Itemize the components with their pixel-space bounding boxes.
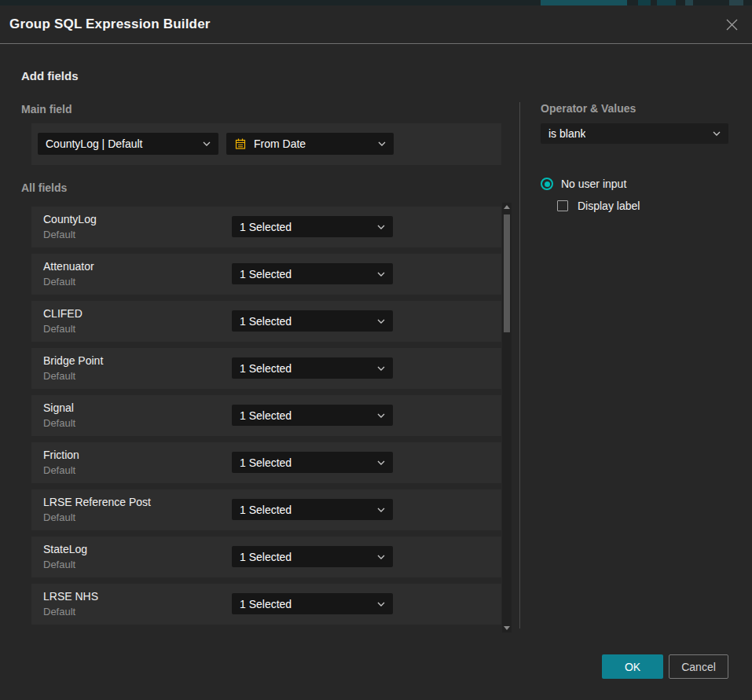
- chevron-down-icon: [377, 319, 385, 324]
- field-selection-dropdown[interactable]: 1 Selected: [232, 499, 393, 520]
- field-selection-value: 1 Selected: [240, 456, 292, 469]
- field-name: CountyLog: [43, 213, 97, 225]
- scrollbar[interactable]: [502, 203, 512, 632]
- main-field-panel: CountyLog | Default From Date: [31, 123, 501, 165]
- radio-selected-icon: [541, 178, 553, 190]
- background-app-fragment: [541, 0, 627, 5]
- no-user-input-label: No user input: [561, 178, 626, 190]
- chevron-down-icon: [377, 460, 385, 465]
- group-sql-expression-builder-dialog: Group SQL Expression Builder Add fields …: [0, 5, 752, 700]
- close-button[interactable]: [724, 16, 739, 32]
- field-selection-value: 1 Selected: [240, 268, 292, 280]
- background-app-fragment: [729, 0, 743, 5]
- operator-value: is blank: [548, 127, 585, 140]
- calendar-date-icon: [234, 137, 247, 150]
- field-selection-value: 1 Selected: [240, 362, 292, 375]
- field-subtitle: Default: [43, 323, 75, 335]
- field-selection-dropdown[interactable]: 1 Selected: [232, 546, 393, 567]
- field-subtitle: Default: [43, 511, 75, 523]
- cancel-button[interactable]: Cancel: [669, 654, 728, 679]
- main-field-field-dropdown[interactable]: From Date: [226, 133, 394, 155]
- no-user-input-radio[interactable]: No user input: [541, 178, 626, 190]
- chevron-down-icon: [377, 508, 385, 512]
- field-subtitle: Default: [43, 229, 75, 240]
- display-label-checkbox[interactable]: Display label: [557, 200, 640, 212]
- all-fields-list: CountyLog Default 1 Selected Attenuator …: [31, 207, 501, 631]
- checkbox-unchecked-icon: [557, 200, 568, 211]
- field-subtitle: Default: [43, 417, 75, 429]
- field-row: Bridge Point Default 1 Selected: [31, 348, 501, 389]
- close-icon: [725, 18, 739, 31]
- scrollbar-thumb[interactable]: [504, 214, 510, 332]
- main-field-layer-value: CountyLog | Default: [46, 137, 143, 150]
- background-app-fragment: [657, 0, 676, 5]
- field-selection-dropdown[interactable]: 1 Selected: [232, 405, 393, 426]
- field-row: CLIFED Default 1 Selected: [31, 301, 501, 342]
- chevron-down-icon: [377, 555, 385, 559]
- field-subtitle: Default: [43, 464, 75, 476]
- field-name: Attenuator: [43, 260, 94, 273]
- field-row: LRSE Reference Post Default 1 Selected: [31, 489, 501, 530]
- ok-button[interactable]: OK: [602, 654, 663, 679]
- field-name: LRSE NHS: [43, 590, 98, 603]
- background-app-strip: [0, 0, 752, 5]
- field-subtitle: Default: [43, 276, 75, 288]
- field-subtitle: Default: [43, 606, 75, 618]
- field-name: Friction: [43, 449, 79, 461]
- field-row: StateLog Default 1 Selected: [31, 537, 501, 577]
- field-row: Signal Default 1 Selected: [31, 395, 501, 436]
- chevron-down-icon: [377, 366, 385, 371]
- chevron-down-icon: [377, 225, 385, 229]
- field-row: CountyLog Default 1 Selected: [31, 207, 501, 247]
- field-subtitle: Default: [43, 370, 75, 382]
- field-name: LRSE Reference Post: [43, 496, 151, 508]
- field-selection-dropdown[interactable]: 1 Selected: [232, 263, 393, 284]
- dialog-header: Group SQL Expression Builder: [0, 5, 752, 44]
- field-selection-value: 1 Selected: [240, 315, 292, 328]
- field-selection-value: 1 Selected: [240, 409, 292, 422]
- field-selection-dropdown[interactable]: 1 Selected: [232, 593, 393, 614]
- background-app-fragment: [638, 0, 651, 5]
- field-name: Signal: [43, 401, 74, 414]
- main-field-field-value: From Date: [254, 137, 306, 150]
- scrollbar-up-arrow-icon[interactable]: [504, 205, 510, 209]
- chevron-down-icon: [713, 131, 721, 136]
- field-selection-value: 1 Selected: [240, 221, 292, 233]
- main-field-label: Main field: [21, 103, 72, 115]
- screen: Group SQL Expression Builder Add fields …: [0, 0, 752, 700]
- operator-values-heading: Operator & Values: [541, 102, 636, 115]
- display-label-label: Display label: [578, 200, 640, 212]
- field-selection-value: 1 Selected: [240, 504, 292, 516]
- chevron-down-icon: [377, 602, 385, 607]
- field-name: CLIFED: [43, 307, 83, 320]
- background-app-fragment: [685, 0, 693, 5]
- main-field-layer-dropdown[interactable]: CountyLog | Default: [38, 133, 218, 155]
- field-selection-dropdown[interactable]: 1 Selected: [232, 310, 393, 332]
- chevron-down-icon: [377, 413, 385, 418]
- field-selection-dropdown[interactable]: 1 Selected: [232, 357, 393, 379]
- all-fields-label: All fields: [21, 181, 67, 194]
- chevron-down-icon: [377, 272, 385, 277]
- add-fields-heading: Add fields: [21, 69, 79, 82]
- operator-dropdown[interactable]: is blank: [541, 123, 728, 144]
- field-row: Attenuator Default 1 Selected: [31, 254, 501, 295]
- field-selection-value: 1 Selected: [240, 598, 292, 610]
- field-selection-dropdown[interactable]: 1 Selected: [232, 216, 393, 237]
- chevron-down-icon: [378, 141, 386, 146]
- field-name: Bridge Point: [43, 354, 103, 367]
- vertical-divider: [519, 102, 520, 629]
- scrollbar-down-arrow-icon[interactable]: [504, 626, 510, 630]
- field-row: LRSE NHS Default 1 Selected: [31, 584, 501, 625]
- field-name: StateLog: [43, 543, 87, 555]
- field-subtitle: Default: [43, 559, 75, 570]
- field-selection-value: 1 Selected: [240, 551, 292, 563]
- field-selection-dropdown[interactable]: 1 Selected: [232, 452, 393, 473]
- chevron-down-icon: [203, 141, 211, 146]
- dialog-title: Group SQL Expression Builder: [9, 16, 211, 32]
- field-row: Friction Default 1 Selected: [31, 442, 501, 483]
